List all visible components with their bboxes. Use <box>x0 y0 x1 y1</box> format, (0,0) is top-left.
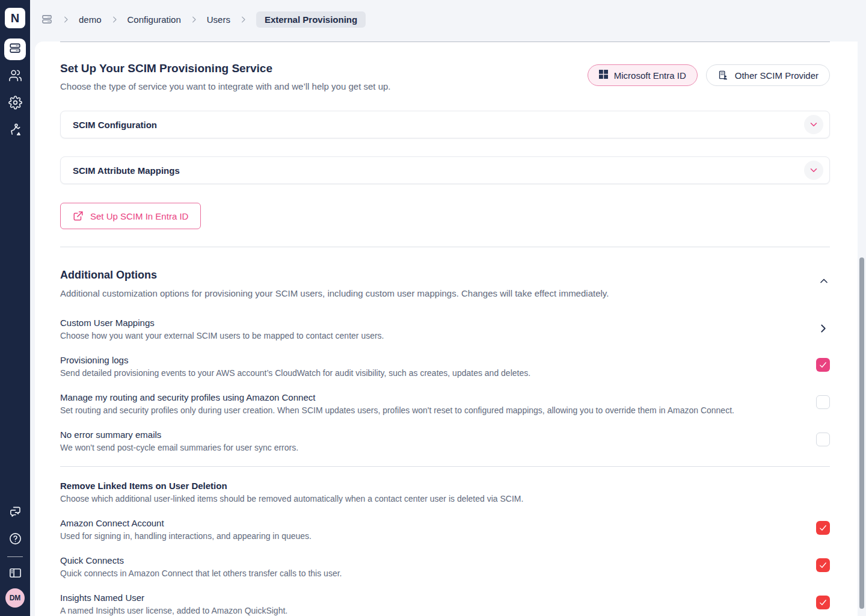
breadcrumb-item-configuration[interactable]: Configuration <box>127 14 181 25</box>
provider-button-microsoft-entra-id[interactable]: Microsoft Entra ID <box>588 64 698 86</box>
chat-icon <box>8 505 22 521</box>
option-row-custom-user-mappings: Custom User Mappings Choose how you want… <box>60 317 830 342</box>
open-custom-mappings-button[interactable] <box>817 322 830 337</box>
option-description: A named Insights user license, added to … <box>60 605 287 616</box>
divider <box>60 466 830 467</box>
scrollbar-track <box>858 0 866 616</box>
chevron-right-icon <box>110 15 119 24</box>
insights-named-user-checkbox[interactable] <box>816 596 830 609</box>
sidebar-item-help[interactable] <box>4 529 26 550</box>
accordion-scim-attribute-mappings[interactable]: SCIM Attribute Mappings <box>60 156 830 184</box>
chevron-right-icon <box>61 15 70 24</box>
option-description: Send detailed provisioning events to you… <box>60 368 530 379</box>
sidebar-item-settings[interactable] <box>4 93 26 114</box>
option-title: Custom User Mappings <box>60 317 384 329</box>
sidebar: N <box>0 0 30 616</box>
option-row-provisioning-logs: Provisioning logs Send detailed provisio… <box>60 354 830 379</box>
servers-icon <box>8 42 22 57</box>
sidebar-item-users[interactable] <box>4 66 26 87</box>
page-title: Set Up Your SCIM Provisioning Service <box>60 61 391 76</box>
option-title: No error summary emails <box>60 429 298 441</box>
additional-options-subtitle: Additional customization options for pro… <box>60 288 609 299</box>
breadcrumb: demo Configuration Users External Provis… <box>30 0 858 38</box>
manage-profiles-checkbox[interactable] <box>816 395 830 409</box>
accordion-title: SCIM Configuration <box>73 120 157 130</box>
remove-linked-title: Remove Linked Items on User Deletion <box>60 480 830 492</box>
option-row-manage-profiles: Manage my routing and security profiles … <box>60 392 830 416</box>
amazon-connect-account-checkbox[interactable] <box>816 521 830 535</box>
help-icon <box>8 532 22 548</box>
breadcrumb-item-users[interactable]: Users <box>207 14 230 25</box>
content-panel: Set Up Your SCIM Provisioning Service Ch… <box>35 42 858 616</box>
app-logo[interactable]: N <box>5 8 25 28</box>
sidebar-item-provisioning[interactable] <box>4 38 26 60</box>
panel-toggle-icon <box>8 566 22 582</box>
option-description: We won't send post-cycle email summaries… <box>60 442 298 454</box>
accordion-scim-configuration[interactable]: SCIM Configuration <box>60 111 830 138</box>
sidebar-item-panel-toggle[interactable] <box>4 563 26 585</box>
breadcrumb-item-demo[interactable]: demo <box>79 14 102 25</box>
settings-gear-icon <box>8 96 22 112</box>
remove-linked-subtitle: Choose which additional user-linked item… <box>60 493 830 505</box>
option-description: Choose how you want your external SCIM u… <box>60 330 384 342</box>
option-row-amazon-connect-account: Amazon Connect Account Used for signing … <box>60 517 830 542</box>
accordion-title: SCIM Attribute Mappings <box>73 165 180 176</box>
page-subtitle: Choose the type of service you want to i… <box>60 81 391 93</box>
chevron-down-icon[interactable] <box>804 161 823 180</box>
building-user-icon <box>717 70 729 81</box>
option-title: Insights Named User <box>60 592 287 604</box>
option-row-insights-named-user: Insights Named User A named Insights use… <box>60 592 830 616</box>
chevron-up-icon <box>818 280 830 289</box>
divider <box>60 42 830 42</box>
sidebar-divider <box>7 556 23 557</box>
workflow-icon <box>8 123 22 139</box>
option-title: Manage my routing and security profiles … <box>60 392 734 404</box>
provider-toggle-group: Microsoft Entra ID Other SCIM Provider <box>588 64 830 86</box>
provisioning-logs-checkbox[interactable] <box>816 358 830 372</box>
setup-button-label: Set Up SCIM In Entra ID <box>90 211 188 221</box>
chevron-right-icon <box>239 15 248 24</box>
option-title: Quick Connects <box>60 555 342 567</box>
option-title: Amazon Connect Account <box>60 517 312 529</box>
option-description: Used for signing in, handling interactio… <box>60 531 312 542</box>
setup-scim-entra-button[interactable]: Set Up SCIM In Entra ID <box>60 203 201 229</box>
main-area: demo Configuration Users External Provis… <box>30 0 858 616</box>
users-icon <box>8 69 22 85</box>
sidebar-item-chat[interactable] <box>4 502 26 523</box>
divider <box>60 247 830 247</box>
scrollbar-thumb[interactable] <box>859 257 864 609</box>
option-description: Quick connects in Amazon Connect that le… <box>60 568 342 579</box>
collapse-section-button[interactable] <box>818 275 830 289</box>
sidebar-item-workflow[interactable] <box>4 120 26 141</box>
chevron-down-icon[interactable] <box>804 115 823 134</box>
microsoft-logo <box>599 70 608 81</box>
breadcrumb-current[interactable]: External Provisioning <box>256 11 366 28</box>
quick-connects-checkbox[interactable] <box>816 558 830 572</box>
provider-button-other-scim[interactable]: Other SCIM Provider <box>706 64 830 86</box>
chevron-right-icon <box>189 15 198 24</box>
option-row-no-error-summary: No error summary emails We won't send po… <box>60 429 830 454</box>
user-avatar[interactable]: DM <box>5 588 25 608</box>
option-title: Provisioning logs <box>60 354 530 366</box>
additional-options-title: Additional Options <box>60 268 609 282</box>
chevron-right-icon <box>817 328 830 337</box>
servers-icon[interactable] <box>41 13 53 25</box>
provider-button-label: Microsoft Entra ID <box>614 70 686 81</box>
provider-button-label: Other SCIM Provider <box>735 70 818 81</box>
option-description: Set routing and security profiles only d… <box>60 405 734 416</box>
no-error-summary-checkbox[interactable] <box>816 433 830 446</box>
option-row-quick-connects: Quick Connects Quick connects in Amazon … <box>60 555 830 579</box>
external-link-icon <box>73 211 84 221</box>
